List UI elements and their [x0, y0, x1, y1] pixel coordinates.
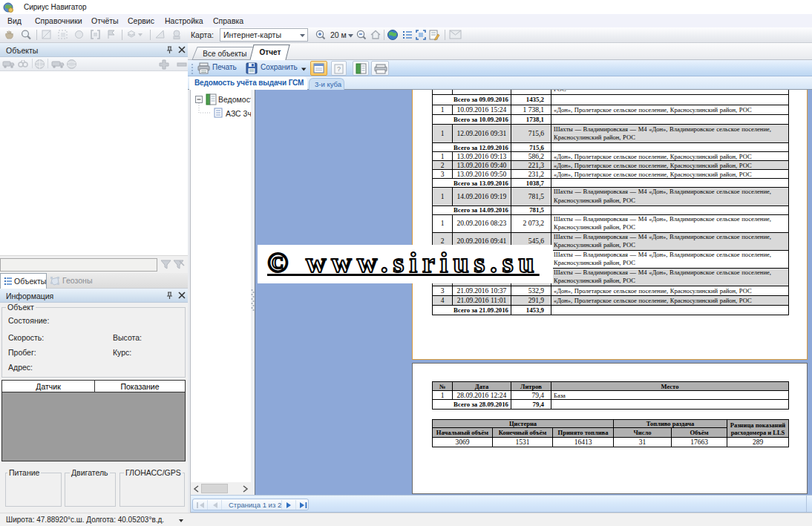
svg-text:?: ? [337, 65, 341, 73]
